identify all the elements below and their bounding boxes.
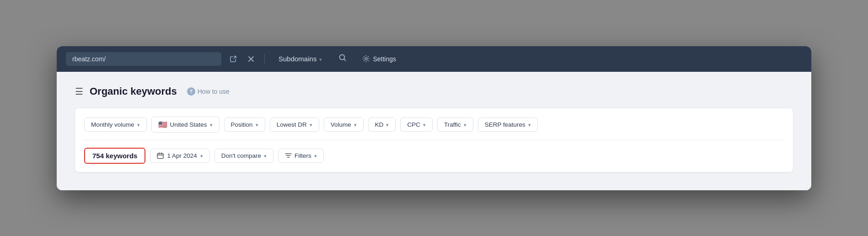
monthly-volume-chevron — [137, 121, 140, 128]
topbar-divider — [264, 54, 265, 64]
filters-chevron — [314, 152, 317, 159]
lowest-dr-label: Lowest DR — [277, 121, 307, 128]
search-button[interactable] — [334, 51, 351, 67]
subdomains-button[interactable]: Subdomains — [272, 52, 328, 65]
volume-chevron — [354, 121, 357, 128]
page-title: Organic keywords — [90, 86, 177, 97]
compare-chevron — [264, 152, 267, 159]
filter-icon — [285, 153, 292, 158]
browser-window: Subdomains Settings ☰ Organic keywords — [57, 46, 811, 190]
serp-features-chevron — [528, 121, 531, 128]
external-link-button[interactable] — [227, 54, 240, 64]
compare-filter[interactable]: Don't compare — [214, 149, 273, 163]
hamburger-icon[interactable]: ☰ — [75, 86, 83, 97]
settings-label: Settings — [373, 55, 396, 63]
calendar-icon — [157, 152, 164, 159]
browser-topbar: Subdomains Settings — [57, 46, 811, 72]
position-chevron — [256, 121, 258, 128]
kd-filter[interactable]: KD — [368, 118, 396, 132]
volume-filter[interactable]: Volume — [324, 118, 364, 132]
keywords-count: 754 keywords — [92, 152, 137, 160]
svg-point-1 — [365, 58, 367, 60]
svg-point-0 — [340, 55, 345, 60]
position-label: Position — [231, 121, 253, 128]
traffic-chevron — [464, 121, 466, 128]
settings-icon — [362, 55, 370, 63]
date-chevron — [200, 152, 203, 159]
lowest-dr-filter[interactable]: Lowest DR — [270, 118, 319, 132]
search-icon — [338, 54, 347, 62]
subdomains-label: Subdomains — [279, 55, 316, 63]
subdomains-chevron-icon — [319, 55, 322, 63]
country-chevron — [210, 121, 213, 128]
country-filter[interactable]: 🇺🇸 United States — [151, 117, 220, 133]
how-to-use-button[interactable]: ? How to use — [183, 86, 233, 97]
main-content: ☰ Organic keywords ? How to use Monthly … — [57, 72, 811, 190]
monthly-volume-label: Monthly volume — [91, 121, 134, 128]
kd-label: KD — [375, 121, 384, 128]
kd-chevron — [386, 121, 389, 128]
filters-label: Filters — [295, 152, 311, 159]
filter-row-1: Monthly volume 🇺🇸 United States Position… — [84, 117, 784, 133]
external-link-icon — [230, 55, 237, 63]
close-tab-button[interactable] — [245, 54, 257, 64]
country-flag: 🇺🇸 — [158, 120, 167, 129]
filter-panel: Monthly volume 🇺🇸 United States Position… — [75, 108, 793, 172]
settings-button[interactable]: Settings — [357, 52, 402, 65]
close-icon — [248, 56, 254, 62]
cpc-filter[interactable]: CPC — [400, 118, 433, 132]
country-label: United States — [170, 121, 207, 128]
lowest-dr-chevron — [310, 121, 312, 128]
serp-features-label: SERP features — [485, 121, 525, 128]
filter-divider — [84, 140, 784, 140]
traffic-label: Traffic — [444, 121, 461, 128]
date-filter[interactable]: 1 Apr 2024 — [150, 149, 209, 163]
svg-rect-2 — [157, 153, 163, 158]
how-to-use-label: How to use — [198, 88, 230, 95]
section-header: ☰ Organic keywords ? How to use — [75, 86, 793, 97]
filters-button[interactable]: Filters — [278, 149, 324, 163]
traffic-filter[interactable]: Traffic — [437, 118, 473, 132]
url-bar[interactable] — [66, 52, 221, 66]
cpc-chevron — [423, 121, 426, 128]
date-label: 1 Apr 2024 — [167, 152, 197, 159]
compare-label: Don't compare — [221, 152, 261, 159]
volume-label: Volume — [331, 121, 351, 128]
serp-features-filter[interactable]: SERP features — [478, 118, 538, 132]
filter-row-2: 754 keywords 1 Apr 2024 Don't compare — [84, 148, 784, 164]
position-filter[interactable]: Position — [224, 118, 265, 132]
cpc-label: CPC — [407, 121, 420, 128]
help-icon: ? — [187, 87, 195, 96]
keywords-count-badge[interactable]: 754 keywords — [84, 148, 145, 164]
monthly-volume-filter[interactable]: Monthly volume — [84, 118, 147, 132]
